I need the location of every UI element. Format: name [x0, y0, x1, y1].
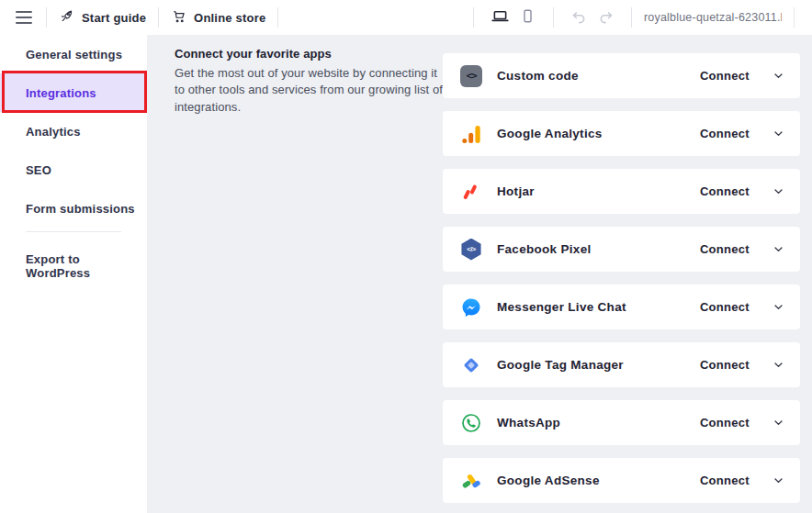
chevron-down-icon[interactable] [772, 242, 785, 256]
connect-button[interactable]: Connect [700, 474, 750, 487]
whatsapp-icon [459, 411, 483, 435]
google-analytics-icon [459, 122, 483, 146]
integration-row-google-adsense[interactable]: Google AdSense Connect [443, 458, 800, 503]
integration-name: Google Tag Manager [497, 358, 700, 372]
integration-row-facebook-pixel[interactable]: </> Facebook Pixel Connect [443, 227, 800, 272]
redo-icon [597, 7, 615, 28]
page-description: Get the most out of your website by conn… [175, 65, 446, 116]
divider [46, 7, 47, 28]
integrations-panel: Connect your favorite apps Get the most … [147, 35, 812, 513]
integration-name: WhatsApp [497, 416, 700, 429]
hotjar-icon [459, 180, 483, 204]
mobile-preview-button[interactable] [514, 6, 541, 29]
rocket-icon [59, 8, 74, 27]
integration-row-google-tag-manager[interactable]: Google Tag Manager Connect [443, 342, 800, 387]
pixel-glyph: </> [460, 239, 482, 261]
divider [158, 7, 159, 28]
online-store-button[interactable]: Online store [171, 8, 265, 27]
sidebar-item-label: Analytics [26, 125, 81, 139]
integration-row-hotjar[interactable]: Hotjar Connect [443, 169, 800, 214]
connect-button[interactable]: Connect [700, 416, 750, 429]
connect-button[interactable]: Connect [700, 184, 750, 198]
topbar-left: Start guide Online store [0, 0, 290, 35]
chevron-down-icon[interactable] [772, 416, 785, 429]
sidebar-item-form-submissions[interactable]: Form submissions [0, 189, 147, 228]
site-domain[interactable]: royalblue-quetzal-623011.buil... [644, 11, 782, 24]
integration-row-whatsapp[interactable]: WhatsApp Connect [443, 400, 800, 445]
code-glyph: <> [460, 65, 482, 87]
undo-button[interactable] [566, 6, 592, 29]
sidebar-item-analytics[interactable]: Analytics [0, 112, 147, 151]
desktop-preview-button[interactable] [486, 5, 514, 30]
integration-row-custom-code[interactable]: <> Custom code Connect [443, 53, 800, 98]
undo-icon [570, 7, 588, 28]
menu-icon[interactable] [14, 7, 34, 28]
chevron-down-icon[interactable] [772, 358, 785, 372]
sidebar-item-label: Form submissions [26, 202, 135, 216]
google-adsense-icon [459, 469, 483, 493]
divider [473, 7, 474, 28]
topbar-right: royalblue-quetzal-623011.buil... [461, 0, 812, 35]
chevron-down-icon[interactable] [772, 474, 785, 487]
integration-name: Google Analytics [497, 127, 700, 140]
integration-name: Google AdSense [497, 474, 700, 487]
integrations-intro: Connect your favorite apps Get the most … [175, 47, 446, 116]
sidebar-item-seo[interactable]: SEO [0, 151, 147, 189]
google-tag-manager-icon [459, 353, 483, 377]
messenger-icon [459, 296, 483, 319]
page-title: Connect your favorite apps [175, 47, 446, 61]
sidebar-item-label: Export to WordPress [26, 252, 147, 280]
integration-name: Facebook Pixel [497, 242, 700, 256]
connect-button[interactable]: Connect [700, 300, 750, 314]
connect-button[interactable]: Connect [700, 242, 750, 256]
sidebar-item-label: SEO [26, 163, 51, 177]
chevron-down-icon[interactable] [772, 127, 785, 140]
divider [794, 7, 795, 28]
sidebar-item-general-settings[interactable]: General settings [0, 35, 147, 73]
connect-button[interactable]: Connect [700, 69, 750, 83]
website-builder-settings-screen: Start guide Online store [0, 0, 812, 513]
desktop-icon [491, 6, 510, 28]
integration-row-messenger-live-chat[interactable]: Messenger Live Chat Connect [443, 284, 800, 329]
cart-icon [171, 8, 186, 27]
sidebar-divider [26, 231, 121, 232]
integration-name: Hotjar [497, 184, 700, 198]
redo-button[interactable] [592, 6, 619, 29]
integrations-list: <> Custom code Connect Google Analyti [443, 53, 800, 503]
chevron-down-icon[interactable] [772, 69, 785, 83]
integration-name: Messenger Live Chat [497, 300, 700, 314]
custom-code-icon: <> [459, 64, 483, 88]
connect-button[interactable]: Connect [700, 358, 750, 372]
connect-button[interactable]: Connect [700, 127, 750, 140]
sidebar-item-export-to-wordpress[interactable]: Export to WordPress [0, 247, 147, 285]
divider [277, 7, 278, 28]
integration-name: Custom code [497, 69, 700, 83]
sidebar-item-label: General settings [26, 48, 122, 61]
sidebar-item-label: Integrations [26, 86, 96, 100]
sidebar-item-integrations[interactable]: Integrations [0, 73, 147, 112]
divider [553, 7, 554, 28]
start-guide-label: Start guide [82, 11, 146, 25]
facebook-pixel-icon: </> [459, 238, 483, 262]
integration-row-google-analytics[interactable]: Google Analytics Connect [443, 111, 800, 156]
online-store-label: Online store [194, 11, 265, 25]
settings-sidebar: General settings Integrations Analytics … [0, 35, 147, 513]
start-guide-button[interactable]: Start guide [59, 8, 146, 27]
mobile-icon [519, 7, 536, 28]
chevron-down-icon[interactable] [772, 184, 785, 198]
topbar: Start guide Online store [0, 0, 812, 35]
divider [631, 7, 632, 28]
chevron-down-icon[interactable] [772, 300, 785, 314]
